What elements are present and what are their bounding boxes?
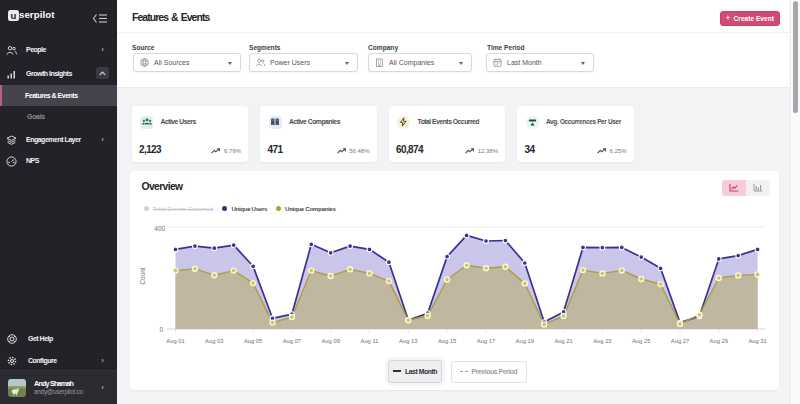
svg-text:Aug 01: Aug 01 [166, 337, 184, 343]
svg-text:400: 400 [154, 224, 165, 231]
svg-text:Aug 05: Aug 05 [244, 337, 262, 343]
svg-text:Aug 29: Aug 29 [710, 337, 728, 343]
svg-text:Aug 11: Aug 11 [361, 337, 379, 343]
svg-text:Aug 07: Aug 07 [283, 337, 301, 343]
svg-text:Aug 13: Aug 13 [399, 337, 417, 343]
svg-text:Aug 23: Aug 23 [593, 337, 611, 343]
svg-text:Aug 15: Aug 15 [438, 337, 456, 343]
svg-text:Aug 21: Aug 21 [554, 337, 572, 343]
svg-text:Aug 31: Aug 31 [748, 337, 766, 343]
svg-text:Aug 19: Aug 19 [516, 337, 534, 343]
svg-text:Aug 09: Aug 09 [322, 337, 340, 343]
svg-text:Aug 25: Aug 25 [632, 337, 650, 343]
svg-text:Aug 27: Aug 27 [671, 337, 689, 343]
svg-text:Aug 03: Aug 03 [205, 337, 223, 343]
svg-text:Aug 17: Aug 17 [477, 337, 495, 343]
svg-text:0: 0 [159, 325, 163, 332]
svg-text:Count: Count [139, 267, 146, 284]
